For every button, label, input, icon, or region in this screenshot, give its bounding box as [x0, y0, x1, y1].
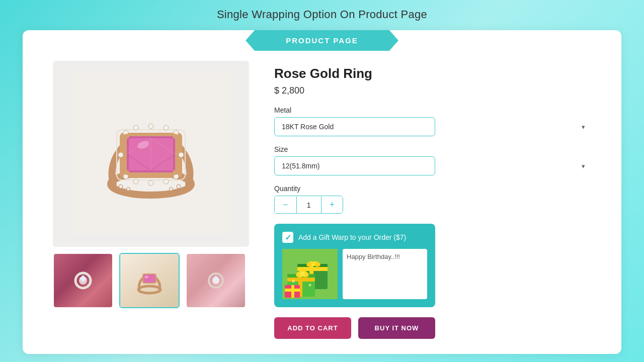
size-label: Size [274, 145, 591, 153]
checkbox-check-icon: ✓ [285, 233, 291, 242]
thumb1-svg [65, 263, 101, 298]
svg-point-25 [173, 134, 178, 139]
svg-point-8 [164, 125, 169, 130]
thumbnail-2[interactable] [119, 253, 180, 308]
svg-point-10 [179, 152, 184, 157]
gift-wrap-content: Happy Birthday..!!! [282, 249, 427, 299]
svg-point-6 [133, 125, 138, 130]
quantity-stepper: − 1 + [274, 196, 343, 214]
info-column: Rose Gold Ring $ 2,800 Metal 18KT Rose G… [274, 61, 591, 339]
svg-point-30 [170, 188, 173, 191]
svg-point-27 [173, 170, 178, 175]
quantity-increase-button[interactable]: + [321, 196, 343, 213]
metal-select-arrow: ▾ [582, 123, 585, 131]
gift-image-svg [282, 249, 338, 299]
svg-point-26 [124, 170, 129, 175]
gift-wrap-box: ✓ Add a Gift Warp to your Order ($7) [274, 224, 435, 307]
svg-point-55 [309, 284, 311, 287]
thumb3-svg [198, 263, 233, 298]
svg-rect-61 [285, 289, 300, 292]
page-title: Single Wrapping Option On Product Page [217, 8, 427, 21]
svg-point-54 [292, 280, 295, 283]
thumb2-svg [129, 260, 170, 301]
banner: PRODUCT PAGE [246, 30, 398, 51]
quantity-label: Quantity [274, 185, 591, 193]
buy-now-button[interactable]: BUY IT NOW [358, 317, 435, 339]
svg-point-13 [148, 180, 153, 186]
size-select-wrap: 10(49.3mm) 11(50.6mm) 12(51.8mm) 13(53.1… [274, 156, 591, 175]
thumbnail-row [53, 253, 254, 308]
gift-wrap-label: Add a Gift Warp to your Order ($7) [298, 233, 406, 241]
metal-label: Metal [274, 106, 591, 114]
svg-point-58 [311, 262, 315, 266]
size-select-arrow: ▾ [582, 162, 585, 170]
add-to-cart-button[interactable]: ADD TO CART [274, 317, 351, 339]
svg-point-29 [127, 188, 130, 191]
gift-message-text: Happy Birthday..!!! [347, 253, 400, 260]
svg-rect-37 [143, 275, 155, 283]
metal-select-wrap: 18KT Rose Gold 14KT Rose Gold 18KT Yello… [274, 117, 591, 136]
ring-svg [70, 73, 231, 234]
gift-message-area[interactable]: Happy Birthday..!!! [343, 249, 427, 299]
svg-rect-50 [287, 278, 315, 282]
images-column [53, 61, 254, 339]
thumbnail-3[interactable] [186, 253, 246, 308]
gift-wrap-image [282, 249, 338, 299]
svg-point-4 [118, 152, 123, 157]
gift-wrap-header: ✓ Add a Gift Warp to your Order ($7) [282, 232, 427, 243]
svg-point-53 [300, 272, 305, 277]
product-card: PRODUCT PAGE [23, 30, 621, 354]
product-price: $ 2,800 [274, 85, 591, 96]
metal-select[interactable]: 18KT Rose Gold 14KT Rose Gold 18KT Yello… [274, 117, 435, 136]
svg-point-35 [138, 286, 160, 293]
svg-point-24 [124, 134, 129, 139]
svg-point-31 [177, 185, 181, 189]
svg-point-14 [133, 179, 138, 184]
size-select[interactable]: 10(49.3mm) 11(50.6mm) 12(51.8mm) 13(53.1… [274, 156, 435, 175]
svg-point-7 [148, 124, 153, 129]
quantity-decrease-button[interactable]: − [275, 196, 296, 213]
action-buttons-row: ADD TO CART BUY IT NOW [274, 317, 435, 339]
svg-point-28 [119, 185, 123, 189]
thumbnail-1[interactable] [53, 253, 113, 308]
banner-label: PRODUCT PAGE [286, 36, 358, 45]
quantity-value: 1 [296, 197, 321, 213]
product-layout: Rose Gold Ring $ 2,800 Metal 18KT Rose G… [23, 61, 621, 339]
main-product-image [53, 61, 249, 247]
gift-wrap-checkbox[interactable]: ✓ [282, 232, 293, 243]
svg-point-12 [164, 179, 169, 184]
product-name: Rose Gold Ring [274, 66, 591, 81]
banner-wrap: PRODUCT PAGE [23, 30, 621, 51]
svg-rect-46 [297, 267, 328, 271]
